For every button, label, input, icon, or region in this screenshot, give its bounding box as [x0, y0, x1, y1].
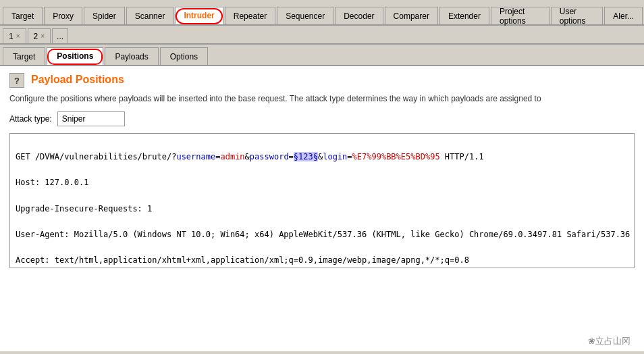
watermark: ❀立占山冈 — [588, 335, 630, 347]
sub-tabs-row: 1 × 2 × ... — [0, 26, 644, 45]
request-line-upgrade: Upgrade-Insecure-Requests: 1 — [16, 203, 628, 216]
request-line-url: GET /DVWA/vulnerabilities/brute/?usernam… — [16, 151, 628, 163]
request-line-host: Host: 127.0.0.1 — [16, 176, 628, 189]
inner-tab-payloads[interactable]: Payloads — [105, 47, 158, 65]
main-content: ? Payload Positions Configure the positi… — [0, 66, 644, 351]
inner-tab-target[interactable]: Target — [3, 47, 45, 65]
section-title: Payload Positions — [31, 73, 124, 86]
attack-type-input[interactable] — [57, 111, 125, 126]
attack-type-row: Attack type: — [9, 111, 635, 126]
help-icon[interactable]: ? — [9, 73, 24, 88]
main-wrapper: Target Proxy Spider Scanner Intruder Rep… — [0, 0, 644, 354]
sub-tab-2[interactable]: 2 × — [28, 28, 51, 43]
inner-tab-options[interactable]: Options — [160, 47, 208, 65]
inner-tabs-row: Target Positions Payloads Options — [0, 45, 644, 66]
request-line-accept: Accept: text/html,application/xhtml+xml,… — [16, 254, 628, 267]
close-tab-2-icon[interactable]: × — [41, 32, 45, 40]
request-area[interactable]: GET /DVWA/vulnerabilities/brute/?usernam… — [9, 133, 635, 268]
tab-repeater[interactable]: Repeater — [225, 7, 275, 24]
sub-tab-dots[interactable]: ... — [52, 28, 68, 43]
sub-tab-1[interactable]: 1 × — [3, 28, 26, 43]
tab-comparer[interactable]: Comparer — [385, 7, 438, 24]
tab-spider[interactable]: Spider — [84, 7, 125, 24]
tab-decoder[interactable]: Decoder — [335, 7, 383, 24]
tab-target[interactable]: Target — [3, 7, 43, 24]
help-row: ? Payload Positions — [9, 73, 635, 88]
tab-intruder[interactable]: Intruder — [175, 7, 223, 24]
top-nav: Target Proxy Spider Scanner Intruder Rep… — [0, 0, 644, 26]
tab-alerts[interactable]: Aler... — [604, 7, 643, 24]
tab-project-options[interactable]: Project options — [491, 7, 549, 24]
tab-user-options[interactable]: User options — [551, 7, 603, 24]
tab-proxy[interactable]: Proxy — [44, 7, 82, 24]
description-text: Configure the positions where payloads w… — [9, 93, 635, 105]
tab-extender[interactable]: Extender — [439, 7, 489, 24]
tab-scanner[interactable]: Scanner — [126, 7, 174, 24]
inner-tab-positions[interactable]: Positions — [47, 47, 103, 65]
request-line-useragent: User-Agent: Mozilla/5.0 (Windows NT 10.0… — [16, 228, 628, 241]
close-tab-1-icon[interactable]: × — [16, 32, 20, 40]
attack-type-label: Attack type: — [9, 114, 52, 124]
tab-sequencer[interactable]: Sequencer — [277, 7, 333, 24]
